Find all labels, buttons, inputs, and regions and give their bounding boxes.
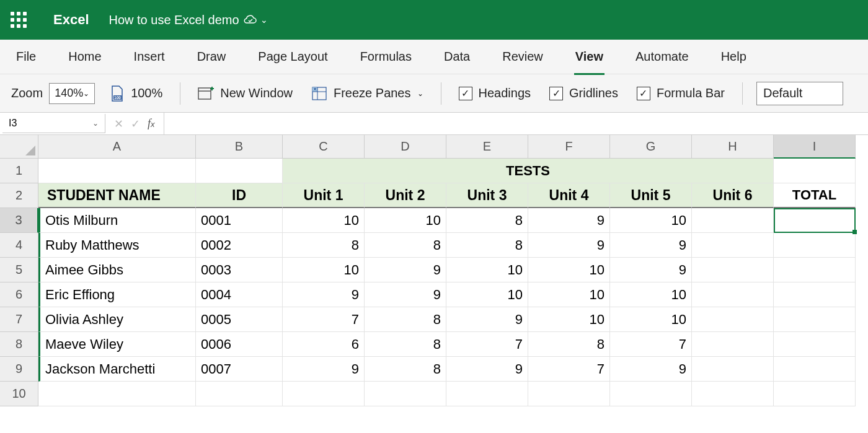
cell[interactable]: 9: [283, 357, 365, 382]
cell[interactable]: [446, 382, 528, 406]
cell[interactable]: [38, 159, 196, 183]
tests-header-cell[interactable]: TESTS: [283, 159, 774, 183]
cell[interactable]: 10: [610, 282, 692, 307]
document-menu-caret-icon[interactable]: ⌄: [260, 15, 268, 25]
cell[interactable]: 10: [283, 208, 365, 233]
formula-input[interactable]: [164, 113, 868, 134]
tab-file[interactable]: File: [15, 46, 37, 68]
row-header-1[interactable]: 1: [0, 159, 38, 183]
row-header-4[interactable]: 4: [0, 233, 38, 258]
view-mode-select[interactable]: Default: [756, 82, 843, 105]
cell[interactable]: Jackson Marchetti: [38, 357, 196, 382]
cell[interactable]: 0006: [196, 332, 283, 357]
cell[interactable]: [692, 307, 774, 332]
row-header-7[interactable]: 7: [0, 307, 38, 332]
cell[interactable]: 8: [283, 233, 365, 258]
cell[interactable]: 6: [283, 332, 365, 357]
cell[interactable]: 9: [610, 233, 692, 258]
cell[interactable]: [692, 382, 774, 406]
cell[interactable]: 7: [528, 357, 610, 382]
tab-draw[interactable]: Draw: [196, 46, 228, 68]
cell[interactable]: 10: [528, 282, 610, 307]
header-total[interactable]: TOTAL: [774, 183, 856, 208]
row-header-5[interactable]: 5: [0, 258, 38, 282]
cell[interactable]: 0003: [196, 258, 283, 282]
cell[interactable]: 10: [365, 208, 446, 233]
tab-insert[interactable]: Insert: [133, 46, 166, 68]
cell[interactable]: 0007: [196, 357, 283, 382]
row-header-2[interactable]: 2: [0, 183, 38, 208]
cell[interactable]: 9: [446, 357, 528, 382]
gridlines-checkbox[interactable]: Gridlines: [546, 84, 622, 103]
zoom-select[interactable]: 140% ⌄: [49, 83, 95, 104]
headings-checkbox[interactable]: Headings: [455, 84, 535, 103]
cell[interactable]: 9: [610, 357, 692, 382]
cell[interactable]: [692, 233, 774, 258]
cell[interactable]: [774, 357, 856, 382]
cell[interactable]: [774, 159, 856, 183]
col-header-g[interactable]: G: [610, 135, 692, 159]
cell[interactable]: [283, 382, 365, 406]
cell[interactable]: [774, 332, 856, 357]
cell[interactable]: 10: [446, 258, 528, 282]
cell[interactable]: Eric Effiong: [38, 282, 196, 307]
cell[interactable]: [196, 159, 283, 183]
col-header-h[interactable]: H: [692, 135, 774, 159]
document-name[interactable]: How to use Excel demo: [109, 13, 239, 27]
tab-data[interactable]: Data: [443, 46, 471, 68]
select-all-corner[interactable]: [0, 135, 38, 159]
cell[interactable]: 7: [446, 332, 528, 357]
row-header-3[interactable]: 3: [0, 208, 38, 233]
cell[interactable]: Aimee Gibbs: [38, 258, 196, 282]
cell[interactable]: 8: [365, 233, 446, 258]
cell[interactable]: 10: [528, 307, 610, 332]
cell[interactable]: [774, 233, 856, 258]
header-unit1[interactable]: Unit 1: [283, 183, 365, 208]
cell[interactable]: 10: [283, 258, 365, 282]
cell[interactable]: 8: [365, 307, 446, 332]
col-header-d[interactable]: D: [365, 135, 446, 159]
header-unit2[interactable]: Unit 2: [365, 183, 446, 208]
cell[interactable]: 10: [528, 258, 610, 282]
col-header-f[interactable]: F: [528, 135, 610, 159]
col-header-i[interactable]: I: [774, 135, 856, 159]
cell[interactable]: 9: [283, 282, 365, 307]
cell[interactable]: Olivia Ashley: [38, 307, 196, 332]
col-header-a[interactable]: A: [38, 135, 196, 159]
cell[interactable]: 8: [528, 332, 610, 357]
cell[interactable]: 7: [610, 332, 692, 357]
header-student-name[interactable]: STUDENT NAME: [38, 183, 196, 208]
tab-home[interactable]: Home: [67, 46, 102, 68]
header-unit4[interactable]: Unit 4: [528, 183, 610, 208]
cell[interactable]: 0001: [196, 208, 283, 233]
row-header-8[interactable]: 8: [0, 332, 38, 357]
header-unit6[interactable]: Unit 6: [692, 183, 774, 208]
app-launcher-icon[interactable]: [10, 11, 27, 28]
cell[interactable]: 0005: [196, 307, 283, 332]
cell[interactable]: 10: [446, 282, 528, 307]
cell[interactable]: 9: [365, 282, 446, 307]
cell[interactable]: [774, 382, 856, 406]
cell[interactable]: 9: [528, 208, 610, 233]
cell[interactable]: 10: [610, 307, 692, 332]
zoom-100-button[interactable]: 100 100%: [106, 82, 166, 105]
cell[interactable]: [692, 332, 774, 357]
cell[interactable]: 8: [446, 233, 528, 258]
header-unit5[interactable]: Unit 5: [610, 183, 692, 208]
tab-page-layout[interactable]: Page Layout: [257, 46, 329, 68]
cell[interactable]: [774, 208, 856, 233]
cell[interactable]: [196, 382, 283, 406]
cell[interactable]: [528, 382, 610, 406]
cell[interactable]: 9: [610, 258, 692, 282]
cell[interactable]: [692, 282, 774, 307]
new-window-button[interactable]: New Window: [194, 84, 296, 103]
cell[interactable]: 10: [610, 208, 692, 233]
cell[interactable]: 8: [365, 332, 446, 357]
cell[interactable]: 0002: [196, 233, 283, 258]
cell[interactable]: 8: [446, 208, 528, 233]
cell[interactable]: [692, 208, 774, 233]
tab-automate[interactable]: Automate: [634, 46, 690, 68]
cell[interactable]: 0004: [196, 282, 283, 307]
freeze-panes-button[interactable]: Freeze Panes ⌄: [308, 84, 427, 103]
row-header-6[interactable]: 6: [0, 282, 38, 307]
